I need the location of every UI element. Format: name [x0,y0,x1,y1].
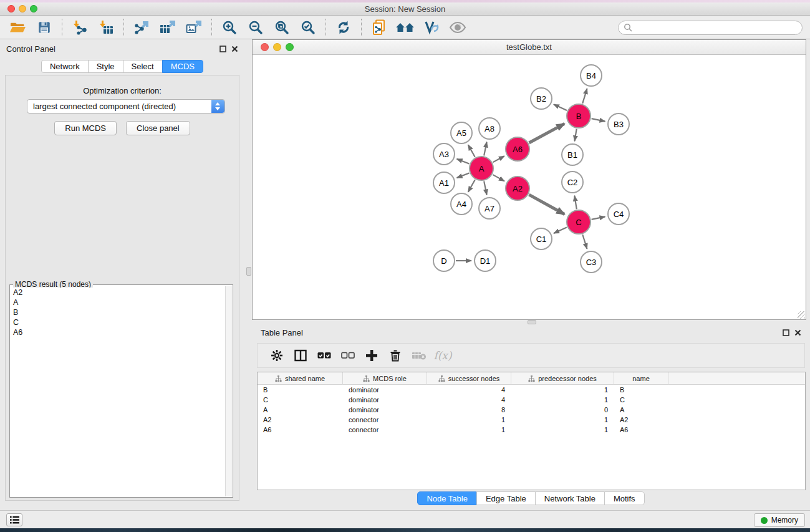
mcds-result-scrollbar[interactable] [225,286,232,496]
mcds-result-list[interactable]: A2ABCA6 [11,288,224,496]
network-overview-button[interactable] [392,17,418,37]
mcds-result-item[interactable]: B [11,307,224,317]
node-B4[interactable]: B4 [581,65,602,86]
column-header-name[interactable]: name [614,372,668,385]
edge-B-B3[interactable] [592,118,605,121]
run-mcds-button[interactable]: Run MCDS [54,121,117,135]
edge-A-A6[interactable] [493,156,504,162]
select-all-button[interactable] [312,346,336,365]
style-toggle-button[interactable] [418,17,445,37]
node-A[interactable]: A [470,157,493,180]
node-A5[interactable]: A5 [451,122,472,143]
edge-A-A2[interactable] [493,175,504,181]
edge-C-C2[interactable] [574,196,576,210]
edge-C-C1[interactable] [554,228,567,233]
search-input[interactable] [632,23,797,32]
node-C3[interactable]: C3 [581,251,602,273]
node-table[interactable]: shared nameMCDS rolesuccessor nodesprede… [257,372,806,490]
import-table-button[interactable] [93,17,119,37]
node-D1[interactable]: D1 [475,250,496,271]
node-A4[interactable]: A4 [451,193,472,215]
edge-A-A3[interactable] [457,159,470,164]
share-session-button[interactable] [366,17,392,37]
import-network-button[interactable] [67,17,93,37]
export-table-button[interactable] [155,17,181,37]
edge-A-A5[interactable] [468,145,475,157]
network-canvas[interactable]: B4B2BB3B1A5A8A6A3AA1A2A4A7C2CC4C1C3DD1 [253,56,806,319]
node-D[interactable]: D [433,250,455,271]
table-row[interactable]: A2connector11A2 [258,415,805,425]
close-panel-button[interactable]: Close panel [126,121,190,135]
open-file-button[interactable] [5,17,31,37]
zoom-selected-button[interactable] [295,17,321,37]
edge-B-B2[interactable] [554,104,567,110]
edge-A-A7[interactable] [484,181,486,195]
close-panel-icon[interactable] [231,46,238,52]
edge-A6-B[interactable] [529,123,564,143]
column-header-predecessor-nodes[interactable]: predecessor nodes [511,372,614,385]
delete-column-button[interactable] [383,346,407,365]
float-panel-icon[interactable] [219,46,226,52]
mcds-result-item[interactable]: C [11,317,224,327]
edge-B-B1[interactable] [575,129,577,142]
edge-A2-C[interactable] [529,195,564,214]
refresh-button[interactable] [330,17,357,37]
column-header-successor-nodes[interactable]: successor nodes [427,372,511,385]
zoom-in-button[interactable] [216,17,243,37]
zoom-fit-button[interactable] [269,17,295,37]
table-row[interactable]: Bdominator41B [258,385,805,395]
table-row[interactable]: Adominator80A [258,405,805,415]
node-B3[interactable]: B3 [608,114,629,135]
node-A3[interactable]: A3 [433,143,455,165]
close-panel-icon[interactable] [794,329,801,336]
float-panel-icon[interactable] [783,329,789,336]
network-graph[interactable]: B4B2BB3B1A5A8A6A3AA1A2A4A7C2CC4C1C3DD1 [253,56,806,320]
export-network-button[interactable] [128,17,155,37]
tab-edge-table[interactable]: Edge Table [476,491,536,505]
search-field[interactable] [618,21,803,35]
mcds-result-item[interactable]: A6 [11,327,224,337]
zoom-out-button[interactable] [243,17,269,37]
tab-motifs[interactable]: Motifs [604,491,645,505]
edge-B-B4[interactable] [582,89,587,104]
node-C1[interactable]: C1 [531,228,552,249]
tab-style[interactable]: Style [88,60,123,73]
node-A8[interactable]: A8 [479,118,500,139]
tab-network-table[interactable]: Network Table [535,491,605,505]
tab-network[interactable]: Network [41,60,89,73]
column-header-MCDS-role[interactable]: MCDS role [343,372,427,385]
task-history-button[interactable] [6,513,22,526]
horizontal-splitter-handle[interactable] [528,320,536,324]
table-row[interactable]: Cdominator41C [258,395,805,405]
export-image-button[interactable] [181,17,207,37]
mcds-result-item[interactable]: A [11,297,224,307]
edge-A-A8[interactable] [484,142,486,156]
vertical-splitter-handle[interactable] [246,267,251,276]
criterion-dropdown[interactable]: largest connected component (directed) [27,99,225,114]
edge-A-A4[interactable] [468,180,475,192]
tab-node-table[interactable]: Node Table [417,491,477,505]
tab-select[interactable]: Select [123,60,163,73]
memory-button[interactable]: Memory [754,513,805,527]
tab-mcds[interactable]: MCDS [162,60,203,73]
node-C4[interactable]: C4 [608,203,629,225]
node-A6[interactable]: A6 [506,137,529,161]
column-header-shared-name[interactable]: shared name [258,372,343,385]
deselect-all-button[interactable] [336,346,360,365]
table-settings-button[interactable] [265,346,289,365]
show-columns-button[interactable] [289,346,312,365]
edge-C-C4[interactable] [592,216,605,219]
table-row[interactable]: A6connector11A6 [258,425,805,435]
edge-C-C3[interactable] [582,235,587,249]
node-A7[interactable]: A7 [479,198,500,219]
edge-A-A1[interactable] [457,173,470,178]
window-resize-grip[interactable] [798,311,805,319]
node-C[interactable]: C [567,210,591,234]
node-C2[interactable]: C2 [562,172,583,193]
add-column-button[interactable] [360,346,383,365]
node-A2[interactable]: A2 [506,177,529,200]
node-B2[interactable]: B2 [531,88,552,109]
show-hide-graphics-button[interactable] [445,17,471,37]
node-B[interactable]: B [567,104,591,128]
node-A1[interactable]: A1 [433,172,455,193]
